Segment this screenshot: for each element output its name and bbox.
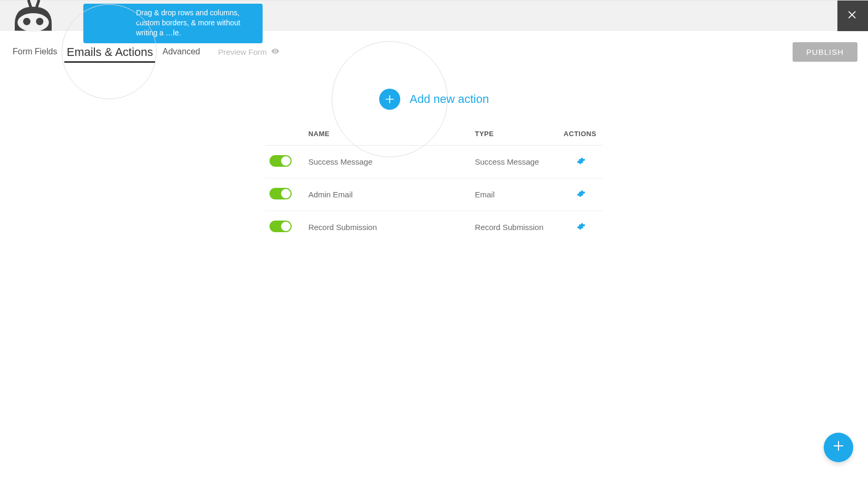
tab-advanced[interactable]: Advanced <box>160 43 202 61</box>
col-type-header: TYPE <box>470 125 559 146</box>
enable-toggle[interactable] <box>269 155 292 167</box>
table-row: Success MessageSuccess Message <box>265 146 603 178</box>
enable-toggle[interactable] <box>269 188 292 199</box>
publish-button[interactable]: PUBLISH <box>793 42 857 62</box>
table-header-row: NAME TYPE ACTIONS <box>265 125 603 146</box>
gear-icon[interactable] <box>577 222 585 231</box>
preview-form-link[interactable]: Preview Form <box>218 47 279 57</box>
field-type-label: Single line <box>89 12 142 26</box>
tab-form-fields[interactable]: Form Fields <box>11 43 59 61</box>
add-action-row[interactable]: Add new action <box>265 89 603 110</box>
action-type: Record Submission <box>470 211 559 244</box>
col-actions-header: ACTIONS <box>560 125 603 146</box>
col-name-header: NAME <box>304 125 471 146</box>
table-row: Record SubmissionRecord Submission <box>265 211 603 244</box>
action-name: Admin Email <box>304 178 471 211</box>
gear-icon[interactable] <box>577 189 585 198</box>
fab-add-button[interactable] <box>824 433 853 462</box>
actions-panel: Add new action NAME TYPE ACTIONS Success… <box>265 89 603 243</box>
close-button[interactable] <box>837 1 868 31</box>
enable-toggle[interactable] <box>269 221 292 232</box>
svg-point-2 <box>36 18 43 25</box>
preview-form-label: Preview Form <box>218 47 267 56</box>
tabs-row: Form Fields Emails & Actions Advanced Pr… <box>0 31 868 73</box>
svg-point-1 <box>23 18 31 25</box>
close-icon <box>847 8 859 24</box>
gear-icon[interactable] <box>577 157 585 165</box>
eye-icon <box>271 47 279 57</box>
svg-point-0 <box>17 13 49 32</box>
action-type: Success Message <box>470 146 559 178</box>
plus-icon <box>832 439 845 456</box>
action-type: Email <box>470 178 559 211</box>
tabs: Form Fields Emails & Actions Advanced Pr… <box>11 41 793 63</box>
topbar: Single line Drag & drop rows and columns… <box>0 0 868 31</box>
action-name: Record Submission <box>304 211 471 244</box>
add-action-label[interactable]: Add new action <box>410 92 489 106</box>
table-row: Admin EmailEmail <box>265 178 603 211</box>
app-logo <box>9 0 57 35</box>
add-action-plus-icon[interactable] <box>379 89 400 110</box>
action-name: Success Message <box>304 146 471 178</box>
tab-emails-actions[interactable]: Emails & Actions <box>64 41 155 63</box>
actions-table: NAME TYPE ACTIONS Success MessageSuccess… <box>265 125 603 243</box>
